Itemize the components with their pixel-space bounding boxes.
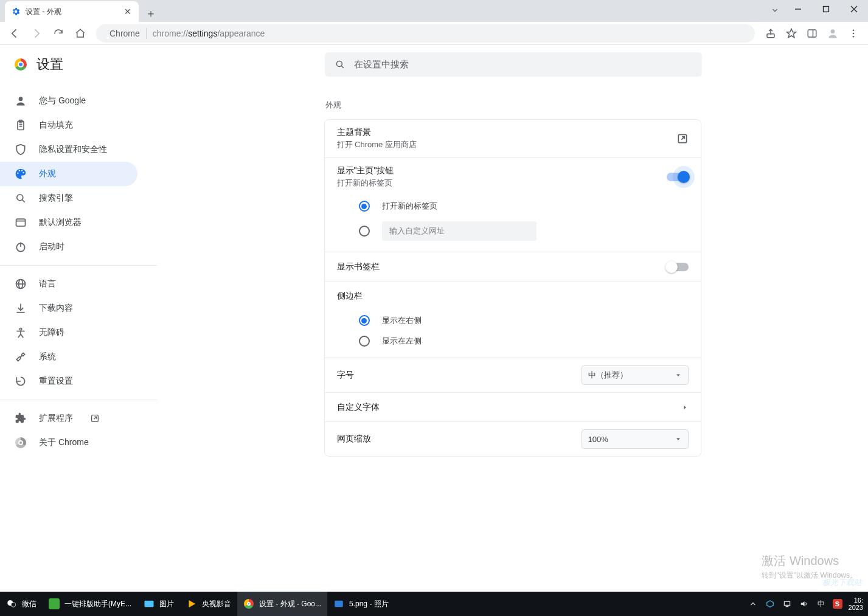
svg-marker-38 [684,406,686,409]
restore-icon [15,375,27,387]
sidebar-item-about[interactable]: 关于 Chrome [0,431,137,455]
taskbar-item-cctv[interactable]: 央视影音 [180,592,237,616]
taskbar-item-photos[interactable]: 5.png - 照片 [327,592,395,616]
radio-icon[interactable] [359,315,370,326]
svg-point-19 [17,195,23,201]
taskbar-item-typeset[interactable]: 一键排版助手(MyE... [43,592,137,616]
caret-down-icon [675,372,682,379]
row-primary: 字号 [337,370,354,381]
download-icon [15,302,27,314]
sidebar-item-extensions[interactable]: 扩展程序 [0,406,137,431]
reload-button[interactable] [49,24,68,43]
sidebar-item-label: 下载内容 [39,303,73,314]
back-button[interactable] [5,24,24,43]
svg-marker-48 [800,601,804,606]
page-zoom-row: 网页缩放 100% [325,421,701,456]
sidebar-item-onstartup[interactable]: 启动时 [0,235,137,259]
row-primary: 网页缩放 [337,434,371,445]
sidebar-item-label: 搜索引擎 [39,193,73,204]
svg-point-10 [853,32,855,34]
open-external-icon[interactable] [676,133,689,145]
new-tab-button[interactable]: ＋ [142,5,159,22]
sidebar-item-label: 启动时 [39,241,64,252]
sidebar-item-autofill[interactable]: 自动填充 [0,113,137,137]
custom-fonts-row[interactable]: 自定义字体 [325,392,701,421]
taskbar-item-wechat[interactable]: 微信 [0,592,43,616]
taskbar-clock[interactable]: 16: 2023 [849,597,863,611]
sidebar-option-left[interactable]: 显示在左侧 [325,331,701,358]
sidebar-item-you-and-google[interactable]: 您与 Google [0,89,137,113]
sidebar-section-header: 侧边栏 [325,281,701,310]
svg-rect-21 [16,219,26,226]
font-size-select[interactable]: 中（推荐） [582,365,689,385]
ime-indicator[interactable]: 中 [816,598,827,609]
page-zoom-select[interactable]: 100% [582,429,689,449]
sidebar-item-label: 自动填充 [39,120,73,131]
sidebar-option-right[interactable]: 显示在右侧 [325,310,701,331]
window-close-button[interactable] [840,0,868,18]
svg-point-11 [853,35,855,37]
sidebar-item-system[interactable]: 系统 [0,345,137,369]
tab-title: 设置 - 外观 [26,7,118,17]
radio-icon[interactable] [359,201,370,212]
home-button[interactable] [71,24,90,43]
sidebar-item-appearance[interactable]: 外观 [0,162,137,186]
chevron-down-icon[interactable] [766,0,784,21]
sidebar-item-default-browser[interactable]: 默认浏览器 [0,210,137,235]
address-bar[interactable]: Chrome chrome://settings/appearance [96,24,755,43]
sidebar-item-languages[interactable]: 语言 [0,272,137,296]
settings-search[interactable]: 在设置中搜索 [325,52,702,77]
divider [146,28,147,39]
kebab-menu-icon[interactable] [844,24,863,43]
radio-icon[interactable] [359,226,370,237]
bookmark-star-icon[interactable] [782,24,801,43]
play-icon [186,598,197,609]
home-option-custom[interactable]: 输入自定义网址 [325,216,701,252]
svg-marker-5 [787,29,796,37]
open-external-icon [90,414,100,423]
window-minimize-button[interactable] [784,0,812,18]
custom-url-input[interactable]: 输入自定义网址 [382,221,536,241]
browser-tab[interactable]: 设置 - 外观 ✕ [5,1,139,22]
browser-tabstrip: 设置 - 外观 ✕ ＋ [0,0,868,22]
sidebar-item-reset[interactable]: 重置设置 [0,369,137,393]
svg-rect-6 [808,30,816,37]
volume-icon[interactable] [799,598,810,609]
home-option-newtab[interactable]: 打开新的标签页 [325,196,701,216]
row-secondary: 打开新的标签页 [337,178,667,189]
close-icon[interactable]: ✕ [123,7,133,16]
accessibility-icon [15,327,27,339]
bookmarks-bar-toggle[interactable] [667,263,689,271]
tray-chevron-up-icon[interactable] [748,598,759,609]
sidebar-item-accessibility[interactable]: 无障碍 [0,320,137,345]
share-icon[interactable] [761,24,780,43]
sogou-icon[interactable]: S [833,599,842,609]
show-bookmarks-bar-row: 显示书签栏 [325,252,701,281]
profile-avatar[interactable] [823,24,842,43]
svg-point-9 [853,29,855,31]
wechat-icon [6,598,17,609]
settings-header: 设置 在设置中搜索 [0,45,868,84]
taskbar-item-images[interactable]: 图片 [137,592,180,616]
appearance-card: 主题背景 打开 Chrome 应用商店 显示"主页"按钮 打开新的标签页 打 [324,119,701,457]
shield-icon [15,144,27,156]
sidebar-item-downloads[interactable]: 下载内容 [0,296,137,320]
sidebar-item-privacy[interactable]: 隐私设置和安全性 [0,137,137,162]
sidebar-item-label: 隐私设置和安全性 [39,144,107,155]
window-maximize-button[interactable] [812,0,840,18]
radio-icon[interactable] [359,336,370,347]
taskbar-item-chrome[interactable]: 设置 - 外观 - Goo... [237,592,327,616]
network-icon[interactable] [782,598,793,609]
sidebar-item-search-engine[interactable]: 搜索引擎 [0,186,137,210]
row-primary: 主题背景 [337,127,676,138]
theme-row[interactable]: 主题背景 打开 Chrome 应用商店 [325,120,701,157]
extension-icon [15,412,27,424]
sidepanel-icon[interactable] [802,24,822,43]
row-primary: 侧边栏 [337,291,363,302]
cube-icon[interactable] [765,598,776,609]
forward-button[interactable] [27,24,46,43]
photo-icon [333,598,344,609]
search-icon [335,59,345,70]
home-button-toggle[interactable] [667,173,689,181]
clipboard-icon [15,119,27,131]
